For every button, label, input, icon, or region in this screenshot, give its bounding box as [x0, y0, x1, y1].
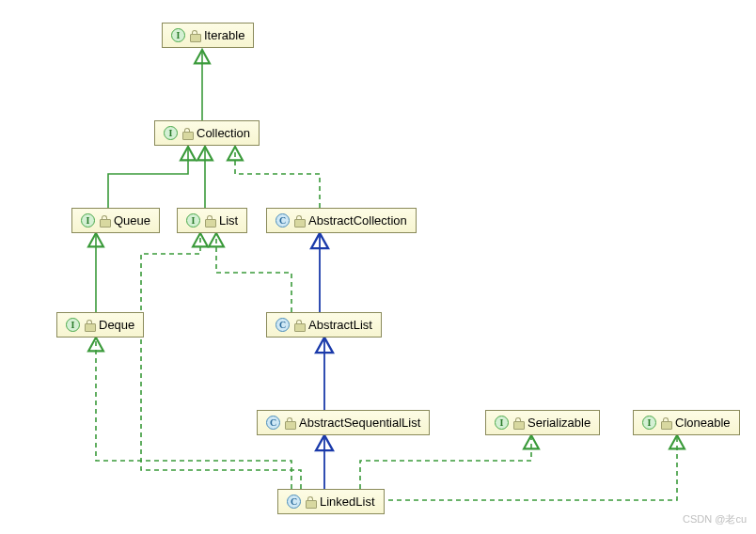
node-abstractcollection: C AbstractCollection [266, 208, 417, 233]
node-label: AbstractList [308, 318, 372, 332]
node-cloneable: I Cloneable [633, 410, 740, 435]
interface-icon: I [171, 28, 185, 42]
node-label: Serializable [528, 416, 591, 430]
class-icon: C [266, 416, 280, 430]
node-abstractsequentiallist: C AbstractSequentialList [257, 410, 430, 435]
node-deque: I Deque [56, 312, 144, 338]
node-label: AbstractCollection [308, 213, 407, 228]
interface-icon: I [81, 213, 95, 228]
node-collection: I Collection [154, 120, 260, 146]
interface-icon: I [495, 416, 509, 430]
lock-icon [100, 215, 109, 226]
node-label: AbstractSequentialList [299, 416, 420, 430]
lock-icon [661, 417, 670, 428]
node-label: Iterable [204, 28, 244, 42]
node-label: LinkedList [320, 495, 375, 509]
lock-icon [513, 417, 523, 428]
class-icon: C [276, 213, 290, 228]
node-label: List [219, 213, 238, 228]
interface-icon: I [642, 416, 656, 430]
lock-icon [182, 128, 192, 138]
node-iterable: I Iterable [162, 23, 254, 48]
lock-icon [285, 417, 294, 428]
interface-icon: I [164, 126, 178, 140]
lock-icon [306, 496, 315, 507]
node-queue: I Queue [71, 208, 160, 233]
interface-icon: I [186, 213, 200, 228]
node-label: Cloneable [675, 416, 731, 430]
node-serializable: I Serializable [485, 410, 600, 435]
lock-icon [205, 215, 214, 226]
lock-icon [190, 30, 199, 40]
node-linkedlist: C LinkedList [277, 489, 385, 514]
watermark: CSDN @老cu [683, 512, 747, 526]
diagram-edges [0, 0, 756, 534]
node-label: Deque [99, 318, 134, 332]
node-label: Queue [114, 213, 150, 228]
node-abstractlist: C AbstractList [266, 312, 382, 338]
lock-icon [294, 320, 304, 330]
lock-icon [85, 320, 94, 330]
node-label: Collection [197, 126, 250, 140]
node-list: I List [177, 208, 247, 233]
class-icon: C [276, 318, 290, 332]
interface-icon: I [66, 318, 80, 332]
lock-icon [294, 215, 304, 226]
class-icon: C [287, 495, 301, 509]
